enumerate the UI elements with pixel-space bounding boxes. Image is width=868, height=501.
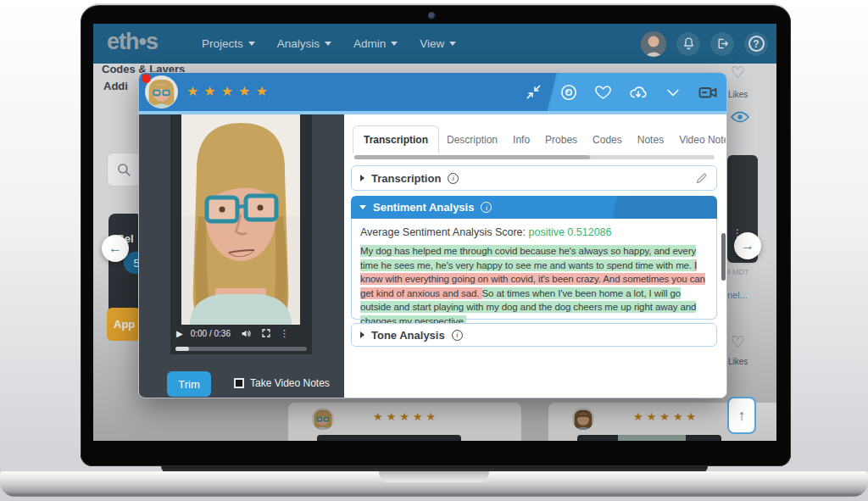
views-button[interactable] [551,73,586,111]
star-rating: ★★★★★ [373,410,439,423]
video-progress-bar[interactable] [175,347,307,351]
edit-transcription-button[interactable] [695,172,708,185]
accordion-label: Tone Analysis [371,329,445,342]
caret-down-icon [391,42,398,46]
video-mode-button[interactable] [690,73,725,111]
like-button[interactable] [586,73,620,111]
video-panel: 0:00 / 0:36 [139,114,344,398]
play-button[interactable] [176,329,183,338]
video-detail-modal: ★★★★★ [138,72,727,398]
transcription-accordion[interactable]: Transcription [351,165,717,191]
heart-like-icon[interactable] [731,64,745,81]
nav-menu-projects[interactable]: Projects [202,37,255,50]
carousel-next-button[interactable] [734,232,761,259]
participant-avatar-image [146,76,177,108]
timestamp-fragment: M MDT [724,268,749,276]
likes-label: Likes [728,90,748,99]
info-icon[interactable] [481,202,492,213]
likes-label: Likes [728,357,748,366]
participant-avatar-image [572,408,594,430]
nav-right-group [641,24,768,64]
modal-tabs: Transcription Description Info Probes Co… [353,121,726,153]
info-icon[interactable] [452,330,463,341]
tab-probes[interactable]: Probes [537,126,585,153]
tab-info[interactable]: Info [505,126,537,153]
fullscreen-button[interactable] [261,328,271,338]
search-icon [116,162,131,177]
carousel-prev-button[interactable] [102,235,129,262]
additional-label-fragment: Addi [103,80,128,92]
avatar [572,408,594,430]
heart-like-icon[interactable] [731,334,745,350]
laptop-mockup: eth•s Projects Analysis Admin View [0,0,868,501]
star-rating: ★★★★★ [633,410,699,423]
participant-avatar-image [312,408,334,430]
nav-menu-label: Projects [202,37,243,50]
speaker-icon [241,328,252,339]
pencil-icon [695,172,708,185]
help-button[interactable] [744,32,768,56]
logout-button[interactable] [710,32,734,56]
user-avatar[interactable] [641,31,666,57]
collapse-button[interactable] [516,73,551,111]
video-player[interactable]: 0:00 / 0:36 [170,114,312,354]
tabs-scrollbar[interactable] [354,155,715,159]
caret-right-icon [360,331,364,338]
video-controls-bar: 0:00 / 0:36 [170,325,312,342]
tab-video-notes[interactable]: Video Notes [671,126,726,153]
user-avatar-image [641,31,666,57]
video-card[interactable]: ★★★★★ [288,403,521,441]
video-options-button[interactable] [280,328,289,339]
tone-analysis-accordion[interactable]: Tone Analysis [351,323,717,347]
bell-icon [682,36,696,51]
info-icon[interactable] [448,173,459,184]
modal-content: Transcription Description Info Probes Co… [344,114,727,398]
scroll-to-top-button[interactable] [727,397,756,434]
app-screen: eth•s Projects Analysis Admin View [93,24,776,441]
tabs-scrollbar-thumb[interactable] [354,155,590,159]
avatar [312,408,334,430]
sentiment-segment-positive: My dog has helped me through covid becau… [360,245,696,271]
sentiment-score-label: Average Sentiment Analysis Score: [360,226,526,238]
collapse-icon [526,84,542,100]
eye-icon [559,83,578,102]
ethos-logo: eth•s [107,29,158,55]
volume-button[interactable] [241,328,252,339]
caret-down-icon [325,42,331,46]
nav-menu-analysis[interactable]: Analysis [277,37,331,50]
notifications-button[interactable] [676,32,700,56]
apply-button[interactable]: App [107,308,141,341]
expand-menu-button[interactable] [655,73,690,111]
modal-star-rating[interactable]: ★★★★★ [186,83,273,99]
video-progress-played [175,347,189,351]
laptop-webcam [428,12,436,19]
nav-menu-view[interactable]: View [420,37,456,50]
accordion-label: Transcription [371,172,441,185]
apply-label-fragment: App [114,318,135,331]
video-frame-participant [181,114,300,325]
tab-description[interactable]: Description [439,126,505,153]
tab-codes[interactable]: Codes [585,126,630,153]
fullscreen-icon [261,328,271,338]
modal-header-actions [516,73,725,111]
sentiment-analysis-accordion[interactable]: Sentiment Analysis [351,196,717,219]
tab-transcription[interactable]: Transcription [353,125,439,153]
modal-scrollbar-thumb[interactable] [721,233,726,281]
question-mark-icon [748,36,765,52]
recording-status-dot [142,74,151,83]
sentiment-transcript: My dog has helped me through covid becau… [360,244,708,328]
sentiment-score-line: Average Sentiment Analysis Score: positi… [360,226,708,238]
nav-menu-label: Analysis [277,37,320,50]
download-button[interactable] [620,73,655,111]
video-camera-icon [698,82,718,103]
nav-menu-admin[interactable]: Admin [353,37,398,50]
search-input[interactable] [107,153,142,186]
take-video-notes-checkbox[interactable] [234,378,244,388]
trim-button[interactable]: Trim [167,371,211,397]
views-eye-icon[interactable] [731,110,749,124]
tab-notes[interactable]: Notes [630,126,671,153]
video-thumbnail [577,435,721,441]
link-fragment[interactable]: nel... [727,290,748,300]
laptop-lid-notch [379,471,489,482]
sentiment-score-value: positive 0.512086 [529,226,612,238]
